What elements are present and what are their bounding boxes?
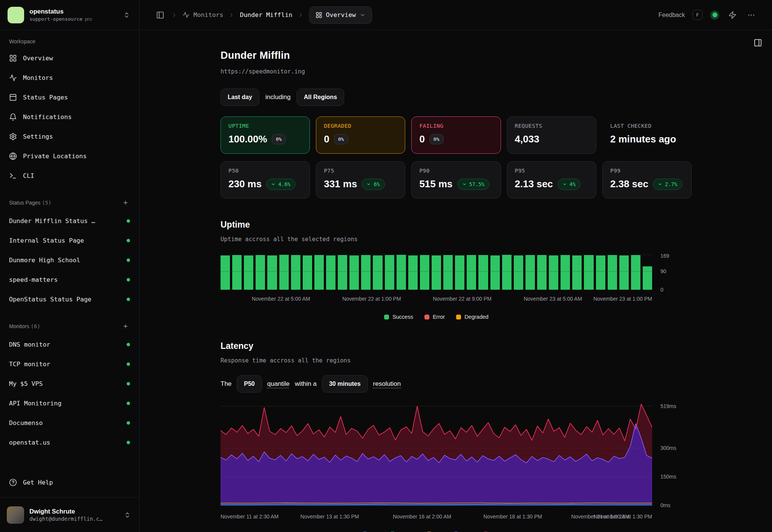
grid-icon xyxy=(316,12,322,18)
quantile-word[interactable]: quantile xyxy=(267,380,290,388)
add-monitor-button[interactable] xyxy=(121,322,130,331)
regions-button[interactable]: All Regions xyxy=(297,89,344,106)
status-page-item[interactable]: OpenStatus Status Page xyxy=(5,289,134,309)
system-status-indicator[interactable] xyxy=(710,11,719,20)
uptime-bar[interactable] xyxy=(525,255,535,290)
uptime-bar[interactable] xyxy=(338,255,347,290)
chevron-right-icon xyxy=(171,12,177,18)
uptime-bar[interactable] xyxy=(303,255,312,290)
status-page-item[interactable]: speed-matters xyxy=(5,270,134,289)
sidebar-item-cli[interactable]: CLI xyxy=(5,166,134,185)
status-dot xyxy=(127,402,130,405)
legend-success: Success xyxy=(384,314,413,320)
uptime-bar[interactable] xyxy=(408,255,418,290)
uptime-bar[interactable] xyxy=(467,255,476,290)
uptime-bar[interactable] xyxy=(244,255,253,290)
uptime-bar[interactable] xyxy=(291,255,300,290)
status-page-item[interactable]: Dunmore High School xyxy=(5,250,134,270)
workspace-switcher[interactable]: openstatus support-opensourcepro xyxy=(0,0,139,30)
uptime-bar[interactable] xyxy=(267,255,277,290)
uptime-bar[interactable] xyxy=(514,255,523,290)
uptime-bar[interactable] xyxy=(478,255,488,290)
latency-plot[interactable] xyxy=(221,403,652,508)
latency-section-subtitle: Response time accross all the regions xyxy=(221,357,692,364)
sidebar-item-private-locations[interactable]: Private Locations xyxy=(5,146,134,166)
uptime-bar[interactable] xyxy=(326,255,335,290)
uptime-bar[interactable] xyxy=(608,255,617,290)
resolution-button[interactable]: 30 minutes xyxy=(322,375,368,393)
uptime-bar[interactable] xyxy=(549,255,558,290)
uptime-bar[interactable] xyxy=(314,255,324,290)
view-selector-button[interactable]: Overview xyxy=(309,6,372,24)
globe-icon xyxy=(9,152,17,160)
uptime-bar[interactable] xyxy=(385,255,394,290)
activity-icon xyxy=(9,74,17,82)
uptime-bar[interactable] xyxy=(420,255,429,290)
uptime-bar[interactable] xyxy=(455,255,464,290)
period-button[interactable]: Last day xyxy=(221,89,259,106)
monitor-item[interactable]: TCP monitor xyxy=(5,354,134,374)
uptime-section-title: Uptime xyxy=(221,220,692,230)
sidebar-item-status-pages[interactable]: Status Pages xyxy=(5,87,134,107)
p75-delta-badge: 6% xyxy=(361,179,384,190)
legend-degraded: Degraded xyxy=(456,314,489,320)
chevrons-up-down-icon[interactable] xyxy=(122,10,132,20)
including-text: including xyxy=(265,93,291,101)
status-page-item[interactable]: Dunder Mifflin Status … xyxy=(5,211,134,231)
breadcrumb-monitor-name[interactable]: Dunder Mifflin xyxy=(240,11,292,18)
monitor-item[interactable]: API Monitoring xyxy=(5,393,134,413)
uptime-bar[interactable] xyxy=(373,255,382,290)
monitor-item[interactable]: DNS monitor xyxy=(5,335,134,354)
uptime-value: 100.00% xyxy=(228,133,267,145)
uptime-bar[interactable] xyxy=(432,255,441,290)
uptime-bar[interactable] xyxy=(643,266,652,290)
workspace-section-label: Workspace xyxy=(5,38,134,44)
latency-section-title: Latency xyxy=(221,341,692,351)
status-page-item[interactable]: Internal Status Page xyxy=(5,231,134,250)
uptime-bar[interactable] xyxy=(443,255,453,290)
user-menu[interactable]: Dwight Schrute dwight@dundermifflin.c… xyxy=(0,497,139,532)
chevrons-up-down-icon[interactable] xyxy=(123,510,132,520)
uptime-bar[interactable] xyxy=(537,255,547,290)
panel-right-toggle[interactable] xyxy=(752,37,764,49)
uptime-bar[interactable] xyxy=(631,255,640,290)
sidebar-item-notifications[interactable]: Notifications xyxy=(5,107,134,127)
monitor-item[interactable]: My $5 VPS xyxy=(5,374,134,393)
p75-card: P75 331 ms 6% xyxy=(316,161,405,199)
uptime-bar[interactable] xyxy=(619,255,629,290)
uptime-bar[interactable] xyxy=(596,255,605,290)
circle-help-icon xyxy=(9,478,17,486)
uptime-bar[interactable] xyxy=(279,255,289,290)
resolution-word[interactable]: resolution xyxy=(373,380,401,388)
uptime-bar[interactable] xyxy=(490,255,500,290)
zap-icon[interactable] xyxy=(727,9,738,21)
chevron-down-icon xyxy=(658,182,662,187)
sidebar-item-settings[interactable]: Settings xyxy=(5,127,134,146)
uptime-bar[interactable] xyxy=(361,255,371,290)
monitor-item[interactable]: Documenso xyxy=(5,413,134,433)
uptime-bar[interactable] xyxy=(502,255,512,290)
uptime-bar[interactable] xyxy=(256,255,265,290)
grid-icon xyxy=(9,54,17,62)
uptime-bar[interactable] xyxy=(232,255,242,290)
status-dot xyxy=(127,278,130,281)
p50-card: P50 230 ms 4.6% xyxy=(221,161,310,199)
add-status-page-button[interactable] xyxy=(121,198,130,207)
uptime-bar[interactable] xyxy=(221,255,230,290)
sidebar-item-monitors[interactable]: Monitors xyxy=(5,68,134,87)
breadcrumb-monitors[interactable]: Monitors xyxy=(182,11,223,18)
monitor-item[interactable]: openstat.us xyxy=(5,433,134,452)
feedback-button[interactable]: Feedback xyxy=(659,12,685,18)
uptime-bar[interactable] xyxy=(584,255,593,290)
quantile-button[interactable]: P50 xyxy=(237,375,262,393)
status-dot xyxy=(127,382,130,385)
uptime-bar[interactable] xyxy=(572,255,582,290)
uptime-badge: 0% xyxy=(272,134,286,144)
uptime-bar[interactable] xyxy=(349,255,359,290)
more-menu-button[interactable] xyxy=(746,9,757,21)
sidebar-item-overview[interactable]: Overview xyxy=(5,48,134,68)
panel-left-icon[interactable] xyxy=(155,9,166,21)
uptime-bar[interactable] xyxy=(397,255,406,290)
uptime-bar[interactable] xyxy=(561,255,570,290)
get-help-button[interactable]: Get Help xyxy=(5,472,134,492)
